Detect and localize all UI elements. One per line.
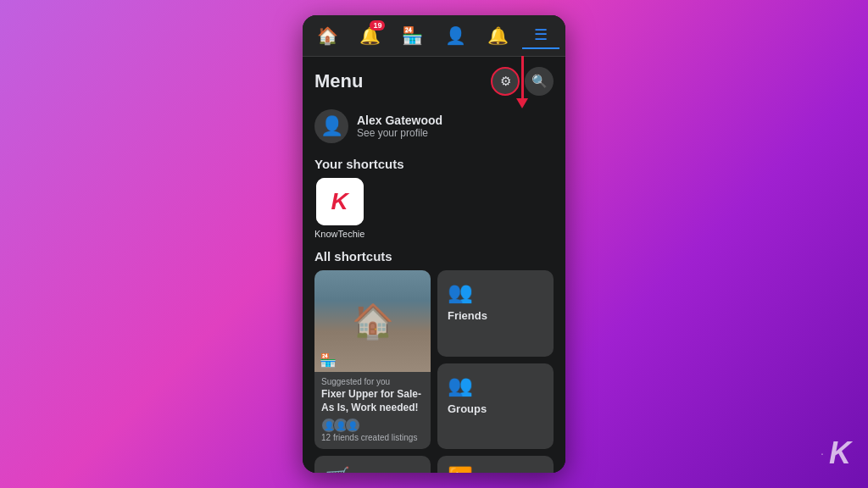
profile-subtext: See your profile [357,127,442,139]
nav-profile[interactable]: 👤 [437,22,474,49]
phone-frame: 🏠 🔔 19 🏪 👤 🔔 ☰ Menu ⚙ � [303,15,565,473]
groups-card[interactable]: 👥 Groups [437,363,554,450]
marketplace-listing-card[interactable]: 🏪 Suggested for you Fixer Upper for Sale… [314,270,431,449]
watermark-dots: · [821,446,826,460]
k-letter: K [331,190,348,214]
watermark: · K [821,435,851,471]
store-icon: 🏪 [402,25,423,46]
all-shortcuts-label: All shortcuts [303,249,565,270]
notification-badge: 19 [370,20,385,30]
nav-bell[interactable]: 🔔 [479,22,516,49]
suggested-label: Suggested for you [321,377,424,386]
friends-icon: 👥 [448,280,543,304]
nav-store[interactable]: 🏪 [394,22,431,49]
marketplace-card[interactable]: 🛒 Marketplace [314,456,431,473]
card-overlay: Suggested for you Fixer Upper for Sale- … [314,372,431,449]
profile-section[interactable]: 👤 Alex Gatewood See your profile [303,103,565,153]
listing-image: 🏪 [314,270,431,372]
search-button[interactable]: 🔍 [525,67,554,96]
marketplace-icon: 🛒 [325,466,420,473]
shortcuts-row: K KnowTechie [303,178,565,249]
watermark-k: K [829,435,851,471]
friends-avatars: 👤 👤 👤 [321,418,360,433]
profile-icon: 👤 [445,25,466,46]
profile-name: Alex Gatewood [357,114,442,127]
shortcut-knowtechie[interactable]: K KnowTechie [314,178,364,239]
friends-text: 12 friends created listings [321,433,424,442]
groups-icon: 👥 [448,374,543,397]
home-icon: 🏠 [317,25,338,46]
shortcut-name: KnowTechie [314,229,364,239]
top-nav: 🏠 🔔 19 🏪 👤 🔔 ☰ [303,15,565,57]
groups-label: Groups [448,402,543,415]
nav-menu[interactable]: ☰ [522,22,559,49]
mini-avatar-3: 👤 [345,418,360,433]
friends-label: Friends [448,309,543,322]
search-icon: 🔍 [531,74,548,89]
videos-icon: ▶️ [448,466,543,473]
menu-title: Menu [314,70,363,92]
menu-header: Menu ⚙ 🔍 [303,57,565,103]
friends-card[interactable]: 👥 Friends [437,270,554,357]
menu-content: Menu ⚙ 🔍 👤 Alex Gatewood See your pro [303,57,565,473]
nav-notifications[interactable]: 🔔 19 [351,22,388,49]
knowtechie-thumb: K [316,178,364,225]
settings-button[interactable]: ⚙ [491,67,520,96]
marketplace-card-inner: 🏪 Suggested for you Fixer Upper for Sale… [314,270,431,449]
menu-header-icons: ⚙ 🔍 [491,67,554,96]
videos-card[interactable]: ▶️ Videos on Watch 9+ new videos [437,456,554,473]
shortcuts-label: Your shortcuts [303,153,565,178]
avatar: 👤 [314,109,348,143]
hamburger-icon: ☰ [534,25,548,44]
bell-icon: 🔔 [487,25,509,46]
listing-title: Fixer Upper for Sale- As Is, Work needed… [321,388,424,414]
friends-row: 👤 👤 👤 [321,418,424,433]
shortcuts-grid: 🏪 Suggested for you Fixer Upper for Sale… [303,270,565,473]
nav-home[interactable]: 🏠 [309,22,346,49]
profile-info: Alex Gatewood See your profile [357,114,442,139]
settings-icon: ⚙ [500,74,511,89]
